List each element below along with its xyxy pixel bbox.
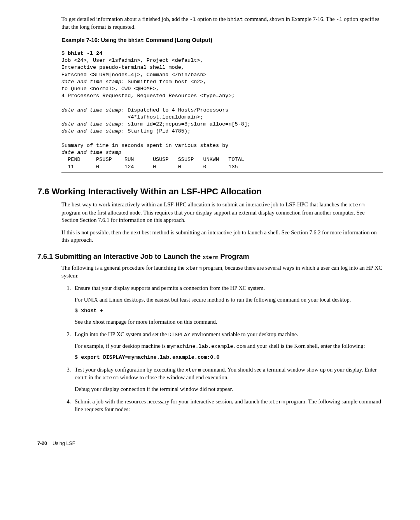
program-name: xterm [349, 202, 365, 208]
command-line: $ export DISPLAY=mymachine.lab.example.c… [75, 354, 383, 361]
list-item: Submit a job with the resources necessar… [72, 398, 383, 414]
code-line: Extsched <SLURM[nodes=4]>, Command </bin… [61, 72, 206, 78]
step-text: Login into the HP XC system and set the … [75, 331, 383, 339]
body-text: and your shell is the Korn shell, enter … [246, 343, 365, 349]
option-flag: -l [190, 17, 196, 23]
intro-paragraph: To get detailed information about a fini… [61, 16, 383, 31]
divider [61, 46, 383, 46]
program-name: xterm [203, 255, 219, 260]
list-item: Login into the HP XC system and set the … [72, 331, 383, 361]
step-text: For UNIX and Linux desktops, the easiest… [75, 296, 383, 304]
step-text: Test your display configuration by execu… [75, 366, 383, 382]
hostname: mymachine.lab.example.com [167, 344, 246, 349]
timestamp: date and time stamp [61, 128, 121, 134]
intro-text: command, shown in Example 7-16. The [243, 16, 336, 22]
subsection-paragraph: The following is a general procedure for… [61, 264, 383, 280]
body-text: window to close the window and end execu… [119, 374, 229, 380]
command: xhost + [81, 308, 103, 314]
step-text: For example, if your desktop machine is … [75, 342, 383, 350]
section-paragraph: If this is not possible, then the next b… [61, 229, 383, 244]
command: bhist -l 24 [68, 51, 102, 56]
section-heading: 7.6 Working Interactively Within an LSF-… [37, 186, 383, 197]
body-text: in the [87, 374, 103, 380]
example-title-prefix: Example 7-16: Using the [61, 37, 128, 43]
program-name: xterm [269, 399, 285, 405]
body-text: Login into the HP XC system and set the [75, 331, 168, 337]
code-line: : Submitted from host <n2>, [121, 79, 206, 85]
code-line: Job <24>, User <lsfadmin>, Project <defa… [61, 58, 203, 63]
env-var: DISPLAY [168, 332, 191, 338]
steps-list: Ensure that your display supports and pe… [61, 284, 383, 413]
body-text: The best way to work interactively withi… [61, 201, 349, 208]
timestamp: date and time stamp [61, 79, 121, 85]
section-paragraph: The best way to work interactively withi… [61, 201, 383, 224]
intro-text: option to the [196, 16, 228, 22]
command: export DISPLAY=mymachine.lab.example.com… [81, 354, 219, 360]
body-text: Test your display configuration by execu… [75, 366, 186, 373]
page-number: 7-20 [37, 441, 47, 446]
example-title: Example 7-16: Using the bhist Command (L… [61, 37, 383, 44]
code-line: to Queue <normal>, CWD <$HOME>, [61, 86, 159, 92]
example-title-cmd: bhist [128, 38, 144, 44]
example-title-suffix: Command (Long Output) [144, 37, 212, 43]
timestamp: date and time stamp [61, 107, 121, 113]
intro-text: To get detailed information about a fini… [61, 16, 190, 22]
program-name: xterm [103, 375, 119, 381]
table-header: PEND PSUSP RUN USUSP SSUSP UNKWN TOTAL [61, 157, 244, 162]
body-text: environment variable to your desktop mac… [190, 331, 298, 337]
program-name: xterm [186, 367, 201, 373]
code-line: Summary of time in seconds spent in vari… [61, 143, 228, 148]
code-line: : Starting (Pid 4785); [121, 128, 191, 134]
prompt: $ [61, 51, 68, 56]
table-row: 11 0 124 0 0 0 135 [61, 164, 238, 170]
timestamp: date and time stamp [61, 121, 121, 127]
code-line: <4*lsfhost.localdomain>; [61, 114, 203, 120]
code-block: $ bhist -l 24 Job <24>, User <lsfadmin>,… [61, 50, 383, 171]
program-name: xterm [186, 265, 202, 271]
code-line: Interactive pseudo-terminal shell mode, [61, 65, 184, 70]
list-item: Ensure that your display supports and pe… [72, 284, 383, 326]
step-text: Submit a job with the resources necessar… [75, 398, 383, 414]
footer-label: Using LSF [52, 441, 75, 446]
body-text: command. You should see a terminal windo… [201, 366, 377, 373]
code-line: : slurm_id=22;ncpus=8;slurm_alloc=n[5-8]… [121, 121, 250, 127]
heading-text: 7.6.1 Submitting an Interactive Job to L… [37, 253, 203, 260]
divider [61, 172, 383, 173]
timestamp: date and time stamp [61, 150, 121, 155]
step-text: Ensure that your display supports and pe… [75, 284, 383, 292]
command-line: $ xhost + [75, 307, 383, 314]
code-line: 4 Processors Requested, Requested Resour… [61, 93, 235, 99]
command-name: bhist [227, 17, 243, 23]
step-text: Debug your display connection if the ter… [75, 386, 383, 393]
heading-text: Program [219, 253, 249, 260]
body-text: The following is a general procedure for… [61, 265, 186, 271]
subsection-heading: 7.6.1 Submitting an Interactive Job to L… [37, 252, 383, 261]
option-flag: -l [336, 17, 342, 23]
prompt: $ [75, 354, 81, 360]
code-line: : Dispatched to 4 Hosts/Processors [121, 107, 228, 113]
command: exit [75, 375, 87, 381]
prompt: $ [75, 308, 81, 314]
list-item: Test your display configuration by execu… [72, 366, 383, 393]
page-footer: 7-20Using LSF [37, 440, 383, 447]
step-text: See the xhost manpage for more informati… [75, 318, 383, 326]
body-text: Submit a job with the resources necessar… [75, 398, 269, 405]
body-text: For example, if your desktop machine is [75, 343, 167, 349]
body-text: program on the first allocated node. Thi… [61, 209, 365, 223]
